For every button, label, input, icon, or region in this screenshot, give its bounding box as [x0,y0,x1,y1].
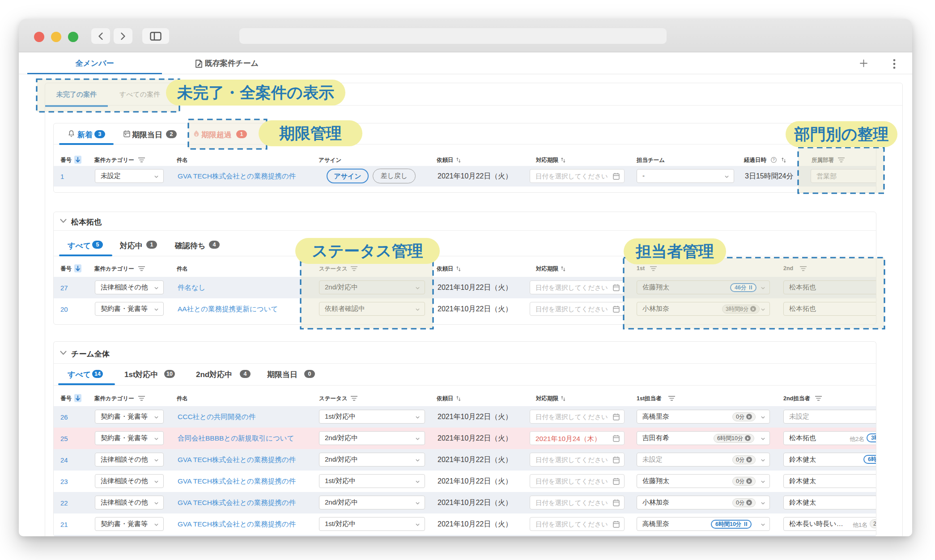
svg-text:?: ? [773,158,775,162]
